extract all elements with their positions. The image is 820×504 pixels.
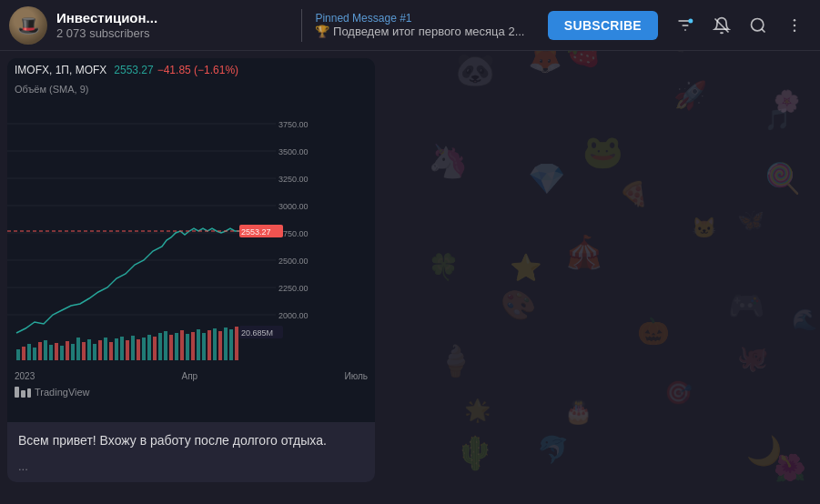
svg-rect-45 [164,331,167,360]
doodle-icon: 🎂 [564,400,592,423]
message-text: Всем привет! Вхожу в работу после долгог… [7,422,375,459]
content-area[interactable]: IMOFX, 1П, MOFX 2553.27 −41.85 (−1.61%) … [0,51,382,504]
chart-header-row: IMOFX, 1П, MOFX 2553.27 −41.85 (−1.61%) [7,58,375,82]
chart-image: IMOFX, 1П, MOFX 2553.27 −41.85 (−1.61%) … [7,58,375,422]
pinned-label: Pinned Message #1 [315,12,547,25]
doodle-icon: ⭐ [510,255,542,281]
svg-rect-30 [82,342,86,360]
y-label-7: 2250.00 [278,284,309,293]
svg-rect-61 [27,388,31,398]
doodle-icon: 🐱 [692,218,717,238]
svg-rect-41 [142,338,146,360]
y-label-6: 2500.00 [278,257,309,266]
doodle-icon: 🐬 [537,437,570,463]
svg-rect-34 [104,338,107,360]
svg-rect-39 [131,336,135,360]
message-more: ... [7,459,375,482]
svg-rect-50 [191,332,195,360]
search-icon-button[interactable] [742,9,774,42]
svg-point-7 [794,18,796,21]
svg-rect-55 [218,331,222,360]
doodle-icon: 🦄 [428,146,468,178]
search-icon [749,16,767,35]
vol-badge-text: 20.685M [241,328,273,338]
y-label-2: 3500.00 [278,147,309,156]
svg-rect-38 [126,340,129,360]
svg-rect-33 [98,340,102,360]
svg-rect-25 [55,343,58,360]
x-label-1: 2023 [15,371,35,381]
chart-x-labels: 2023 Апр Июль [7,369,375,383]
doodle-area: 🐼🍓🚀🦄🍕⭐🎮🍦🎵🐱🎂🌙🎃💎🌵✏️🌸🐸🦋🍀🌊🎯🐬🌺🦊🍭🎪🐙🌟🎨 [382,0,820,504]
subscriber-count: 2 073 subscribers [56,26,289,40]
chart-volume-label: Объём (SMA, 9) [7,82,375,96]
doodle-icon: 🌊 [792,309,817,330]
doodle-icon: 🎨 [501,291,536,319]
svg-point-5 [752,18,764,30]
price-line [16,228,239,333]
svg-point-8 [794,24,796,26]
doodle-icon: 🐸 [582,136,623,169]
doodle-icon: 🚀 [673,82,707,109]
svg-rect-21 [33,348,36,360]
doodle-icon: 🌵 [455,437,495,469]
header-divider [301,9,302,42]
svg-rect-54 [213,328,217,360]
svg-rect-59 [15,387,19,398]
pinned-message-area[interactable]: Pinned Message #1 🏆 Подведем итог первог… [315,12,547,38]
svg-rect-58 [235,327,238,360]
svg-point-3 [688,18,693,23]
svg-rect-57 [229,329,233,360]
svg-rect-28 [71,344,75,360]
y-label-8: 2000.00 [278,311,309,320]
message-card: IMOFX, 1П, MOFX 2553.27 −41.85 (−1.61%) … [7,58,375,482]
svg-rect-26 [60,346,64,360]
tradingview-text: TradingView [35,387,90,398]
channel-name[interactable]: Инвестицион... [56,10,211,25]
svg-rect-19 [22,347,25,360]
chart-change: −41.85 (−1.61%) [157,64,238,76]
doodle-icon: 🎃 [637,318,670,345]
price-badge-text: 2553.27 [241,227,271,237]
bell-icon-button[interactable] [705,9,738,42]
svg-rect-18 [16,349,20,360]
svg-rect-36 [115,338,118,360]
channel-info: Инвестицион... 2 073 subscribers [56,10,289,40]
svg-rect-27 [66,341,69,360]
svg-rect-56 [224,328,228,360]
svg-rect-24 [49,345,53,360]
x-label-2: Апр [182,371,198,381]
volume-bars [16,327,238,360]
chart-svg: 3750.00 3500.00 3250.00 3000.00 2750.00 … [7,96,317,369]
doodle-icon: 🦋 [737,209,764,231]
more-icon-button[interactable] [778,9,811,42]
svg-rect-37 [120,337,124,360]
svg-rect-40 [137,339,140,360]
y-label-3: 3250.00 [278,175,309,184]
filter-icon-button[interactable] [669,9,702,42]
subscribe-button[interactable]: SUBSCRIBE [548,11,658,40]
tradingview-logo: TradingView [7,383,375,401]
avatar-image: 🎩 [9,6,47,45]
svg-rect-44 [158,333,162,360]
doodle-icon: 🍭 [764,164,801,193]
svg-rect-23 [44,340,47,360]
y-label-4: 3000.00 [278,202,309,211]
doodle-icon: 🐙 [737,346,769,371]
channel-avatar[interactable]: 🎩 [9,6,47,45]
doodle-icon: 🌟 [464,400,491,422]
filter-icon [676,16,694,35]
doodle-icon: 🌸 [774,91,800,112]
header-icons [669,9,811,42]
svg-rect-43 [153,337,157,360]
svg-rect-52 [202,333,206,360]
doodle-icon: 🎮 [728,291,764,320]
doodle-icon: 🍀 [428,255,460,280]
bell-icon [713,16,731,35]
doodle-icon: 🐼 [455,55,495,86]
chart-price: 2553.27 [114,64,153,76]
svg-line-6 [762,28,765,32]
doodle-icon: 💎 [528,164,566,194]
svg-point-9 [794,29,796,32]
header: 🎩 Инвестицион... 2 073 subscribers Pinne… [0,0,820,51]
